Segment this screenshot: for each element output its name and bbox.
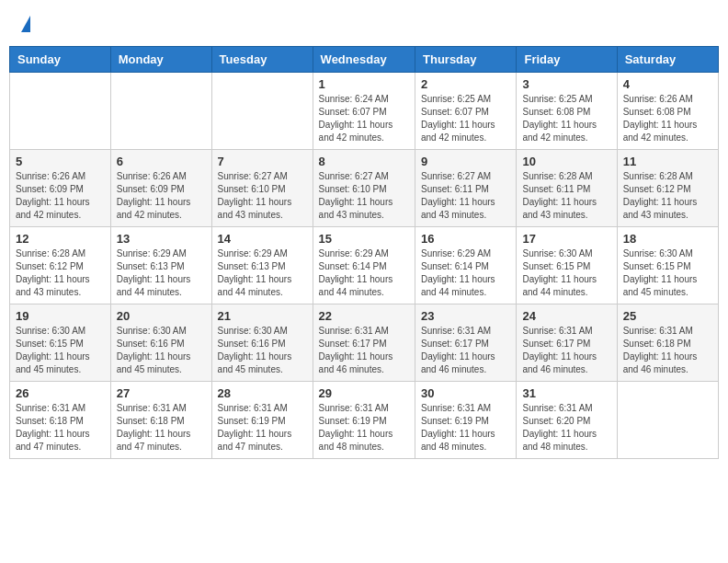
day-info: Sunrise: 6:27 AM Sunset: 6:11 PM Dayligh… (421, 170, 510, 222)
weekday-header-tuesday: Tuesday (211, 47, 313, 73)
day-info: Sunrise: 6:31 AM Sunset: 6:19 PM Dayligh… (218, 402, 307, 454)
calendar-table: SundayMondayTuesdayWednesdayThursdayFrid… (9, 46, 719, 459)
calendar-day-cell: 3Sunrise: 6:25 AM Sunset: 6:08 PM Daylig… (517, 73, 617, 150)
calendar-day-cell (110, 73, 211, 150)
calendar-day-cell: 10Sunrise: 6:28 AM Sunset: 6:11 PM Dayli… (517, 150, 617, 227)
day-info: Sunrise: 6:26 AM Sunset: 6:08 PM Dayligh… (623, 93, 712, 144)
day-info: Sunrise: 6:30 AM Sunset: 6:15 PM Dayligh… (16, 325, 105, 376)
day-number: 14 (218, 232, 307, 246)
calendar-day-cell: 16Sunrise: 6:29 AM Sunset: 6:14 PM Dayli… (415, 227, 517, 304)
weekday-header-friday: Friday (517, 47, 617, 73)
calendar-day-cell: 27Sunrise: 6:31 AM Sunset: 6:18 PM Dayli… (110, 382, 211, 459)
weekday-header-monday: Monday (110, 47, 211, 73)
day-info: Sunrise: 6:28 AM Sunset: 6:12 PM Dayligh… (16, 247, 105, 299)
calendar-day-cell: 12Sunrise: 6:28 AM Sunset: 6:12 PM Dayli… (10, 227, 111, 304)
day-info: Sunrise: 6:31 AM Sunset: 6:17 PM Dayligh… (522, 325, 610, 376)
calendar-week-row: 26Sunrise: 6:31 AM Sunset: 6:18 PM Dayli… (10, 382, 719, 459)
day-number: 15 (319, 232, 409, 246)
day-info: Sunrise: 6:29 AM Sunset: 6:13 PM Dayligh… (117, 247, 206, 299)
calendar-day-cell: 6Sunrise: 6:26 AM Sunset: 6:09 PM Daylig… (110, 150, 211, 227)
day-info: Sunrise: 6:26 AM Sunset: 6:09 PM Dayligh… (16, 170, 105, 222)
day-number: 2 (421, 77, 510, 91)
day-number: 18 (623, 232, 712, 246)
calendar-week-row: 12Sunrise: 6:28 AM Sunset: 6:12 PM Dayli… (10, 227, 719, 304)
day-number: 22 (319, 309, 409, 323)
calendar-day-cell: 11Sunrise: 6:28 AM Sunset: 6:12 PM Dayli… (617, 150, 718, 227)
calendar-day-cell: 28Sunrise: 6:31 AM Sunset: 6:19 PM Dayli… (211, 382, 313, 459)
day-info: Sunrise: 6:26 AM Sunset: 6:09 PM Dayligh… (117, 170, 206, 222)
calendar-week-row: 1Sunrise: 6:24 AM Sunset: 6:07 PM Daylig… (10, 73, 719, 150)
day-number: 1 (319, 77, 409, 91)
day-number: 23 (421, 309, 510, 323)
day-info: Sunrise: 6:31 AM Sunset: 6:18 PM Dayligh… (117, 402, 206, 454)
calendar-day-cell (211, 73, 313, 150)
calendar-day-cell: 14Sunrise: 6:29 AM Sunset: 6:13 PM Dayli… (211, 227, 313, 304)
day-number: 3 (522, 77, 610, 91)
day-number: 26 (16, 386, 105, 400)
day-info: Sunrise: 6:28 AM Sunset: 6:11 PM Dayligh… (522, 170, 610, 222)
day-info: Sunrise: 6:30 AM Sunset: 6:15 PM Dayligh… (623, 247, 712, 299)
day-info: Sunrise: 6:24 AM Sunset: 6:07 PM Dayligh… (319, 93, 409, 144)
day-number: 6 (117, 155, 206, 168)
calendar-day-cell: 9Sunrise: 6:27 AM Sunset: 6:11 PM Daylig… (415, 150, 517, 227)
day-number: 20 (117, 309, 206, 323)
day-number: 17 (522, 232, 610, 246)
day-number: 24 (522, 309, 610, 323)
day-info: Sunrise: 6:31 AM Sunset: 6:19 PM Dayligh… (319, 402, 409, 454)
day-number: 27 (117, 386, 206, 400)
calendar-day-cell: 13Sunrise: 6:29 AM Sunset: 6:13 PM Dayli… (110, 227, 211, 304)
weekday-header-thursday: Thursday (415, 47, 517, 73)
calendar-day-cell: 8Sunrise: 6:27 AM Sunset: 6:10 PM Daylig… (313, 150, 415, 227)
calendar-day-cell: 1Sunrise: 6:24 AM Sunset: 6:07 PM Daylig… (313, 73, 415, 150)
day-number: 21 (218, 309, 307, 323)
page-header (9, 9, 719, 37)
calendar-day-cell: 2Sunrise: 6:25 AM Sunset: 6:07 PM Daylig… (415, 73, 517, 150)
calendar-day-cell: 5Sunrise: 6:26 AM Sunset: 6:09 PM Daylig… (10, 150, 111, 227)
day-info: Sunrise: 6:31 AM Sunset: 6:20 PM Dayligh… (522, 402, 610, 454)
calendar-day-cell (10, 73, 111, 150)
calendar-day-cell: 29Sunrise: 6:31 AM Sunset: 6:19 PM Dayli… (313, 382, 415, 459)
day-number: 13 (117, 232, 206, 246)
day-info: Sunrise: 6:29 AM Sunset: 6:14 PM Dayligh… (319, 247, 409, 299)
day-number: 9 (421, 155, 510, 168)
day-info: Sunrise: 6:28 AM Sunset: 6:12 PM Dayligh… (623, 170, 712, 222)
calendar-week-row: 19Sunrise: 6:30 AM Sunset: 6:15 PM Dayli… (10, 304, 719, 382)
day-number: 31 (522, 386, 610, 400)
day-info: Sunrise: 6:31 AM Sunset: 6:19 PM Dayligh… (421, 402, 510, 454)
day-number: 4 (623, 77, 712, 91)
day-info: Sunrise: 6:25 AM Sunset: 6:07 PM Dayligh… (421, 93, 510, 144)
calendar-day-cell: 21Sunrise: 6:30 AM Sunset: 6:16 PM Dayli… (211, 304, 313, 382)
calendar-day-cell: 24Sunrise: 6:31 AM Sunset: 6:17 PM Dayli… (517, 304, 617, 382)
day-number: 11 (623, 155, 712, 168)
day-info: Sunrise: 6:27 AM Sunset: 6:10 PM Dayligh… (218, 170, 307, 222)
day-info: Sunrise: 6:31 AM Sunset: 6:17 PM Dayligh… (319, 325, 409, 376)
day-number: 16 (421, 232, 510, 246)
day-number: 25 (623, 309, 712, 323)
day-number: 7 (218, 155, 307, 168)
day-number: 5 (16, 155, 105, 168)
day-info: Sunrise: 6:30 AM Sunset: 6:15 PM Dayligh… (522, 247, 610, 299)
logo-triangle-icon (21, 16, 30, 32)
calendar-day-cell: 18Sunrise: 6:30 AM Sunset: 6:15 PM Dayli… (617, 227, 718, 304)
calendar-day-cell: 23Sunrise: 6:31 AM Sunset: 6:17 PM Dayli… (415, 304, 517, 382)
day-number: 30 (421, 386, 510, 400)
day-info: Sunrise: 6:31 AM Sunset: 6:18 PM Dayligh… (16, 402, 105, 454)
weekday-header-sunday: Sunday (10, 47, 111, 73)
calendar-day-cell: 17Sunrise: 6:30 AM Sunset: 6:15 PM Dayli… (517, 227, 617, 304)
logo (18, 14, 30, 32)
day-info: Sunrise: 6:29 AM Sunset: 6:14 PM Dayligh… (421, 247, 510, 299)
day-number: 19 (16, 309, 105, 323)
calendar-day-cell: 4Sunrise: 6:26 AM Sunset: 6:08 PM Daylig… (617, 73, 718, 150)
day-number: 29 (319, 386, 409, 400)
day-info: Sunrise: 6:30 AM Sunset: 6:16 PM Dayligh… (117, 325, 206, 376)
day-info: Sunrise: 6:31 AM Sunset: 6:18 PM Dayligh… (623, 325, 712, 376)
calendar-day-cell: 22Sunrise: 6:31 AM Sunset: 6:17 PM Dayli… (313, 304, 415, 382)
day-info: Sunrise: 6:25 AM Sunset: 6:08 PM Dayligh… (522, 93, 610, 144)
calendar-day-cell: 7Sunrise: 6:27 AM Sunset: 6:10 PM Daylig… (211, 150, 313, 227)
day-number: 28 (218, 386, 307, 400)
day-number: 8 (319, 155, 409, 168)
day-number: 10 (522, 155, 610, 168)
day-info: Sunrise: 6:30 AM Sunset: 6:16 PM Dayligh… (218, 325, 307, 376)
calendar-day-cell: 19Sunrise: 6:30 AM Sunset: 6:15 PM Dayli… (10, 304, 111, 382)
calendar-week-row: 5Sunrise: 6:26 AM Sunset: 6:09 PM Daylig… (10, 150, 719, 227)
